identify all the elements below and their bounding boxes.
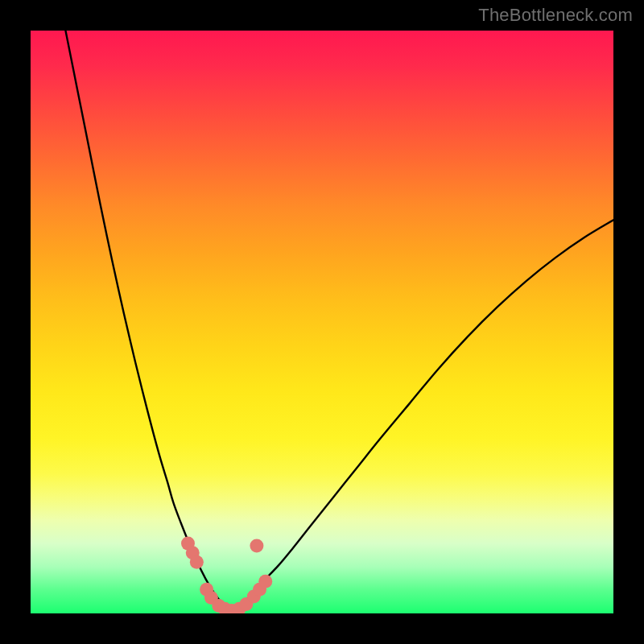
curve-group	[65, 31, 613, 611]
data-marker	[190, 555, 204, 569]
chart-frame: TheBottleneck.com	[0, 0, 644, 644]
curve-left-curve	[65, 31, 231, 611]
data-marker	[258, 575, 272, 588]
watermark-text: TheBottleneck.com	[478, 5, 633, 26]
chart-svg	[31, 31, 613, 613]
data-marker	[250, 539, 263, 553]
marker-group	[181, 537, 272, 613]
plot-area	[31, 31, 613, 613]
curve-right-curve	[232, 220, 613, 611]
